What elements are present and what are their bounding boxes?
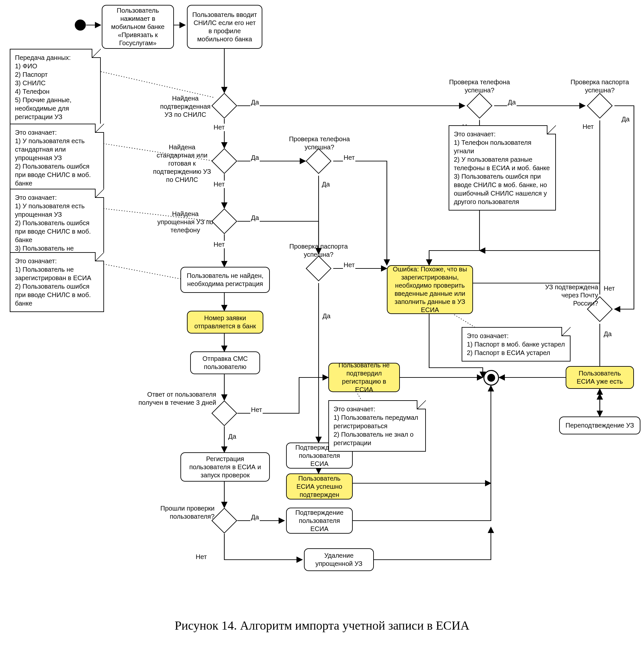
edge-label: Да (250, 513, 260, 521)
note-means-not-registered: Это означает: 1) Пользователь не зарегис… (10, 252, 104, 312)
decision-standard-by-snils (211, 148, 237, 174)
figure-caption: Рисунок 14. Алгоритм импорта учетной зап… (0, 618, 644, 633)
edge-label: Да (250, 154, 260, 161)
edge-label: Да (228, 433, 237, 440)
edge-label: Нет (582, 123, 594, 130)
decision-checks-passed (211, 508, 237, 533)
node-reconfirm-acct: Переподтвеждение УЗ (559, 416, 640, 434)
decision-phone-check-2 (466, 93, 492, 118)
node-user-already-exists: Пользователь ЕСИА уже есть (566, 366, 634, 389)
edge-label: Нет (343, 154, 355, 161)
decision-passport-check-2 (587, 93, 613, 118)
node-request-number-to-bank: Номер заявки отправляется в банк (187, 311, 263, 333)
edge-label: Да (321, 181, 330, 188)
note-data-transfer: Передача данных: 1) ФИО 2) Паспорт 3) СН… (10, 49, 101, 126)
edge-label: Нет (195, 553, 207, 561)
edge-label: Нет (213, 241, 225, 248)
edge-label: Нет (213, 181, 225, 188)
node-delete-simplified-acct: Удаление упрощенной УЗ (304, 548, 374, 571)
note-phone-mismatch-reasons: Это означает: 1) Телефон пользователя уг… (448, 125, 556, 211)
node-user-enters-snils: Пользователь вводит СНИЛС если его нет в… (187, 5, 262, 49)
flowchart-canvas: Пользователь нажимает в мобильном банке … (0, 0, 644, 656)
edge-label: Нет (213, 124, 225, 131)
edge-label: Да (621, 115, 630, 123)
decision-checks-passed-label: Прошли проверки пользователя? (148, 504, 214, 521)
edge-label: Да (322, 312, 331, 320)
start-node (75, 20, 86, 30)
decision-simplified-by-phone-label: Найдена упрощенная УЗ по телефону (156, 210, 214, 234)
edge-label: Да (250, 99, 260, 106)
decision-passport-check-1 (305, 256, 331, 281)
merge-end-node (483, 370, 499, 386)
edge-label: Нет (343, 261, 355, 269)
edge-label: Нет (603, 285, 615, 292)
decision-confirmed-via-post-label: УЗ подтверждена через Почту России? (539, 283, 598, 307)
decision-standard-by-snils-label: Найдена стандартная или готовая к подтве… (150, 143, 214, 184)
node-send-sms: Отправка СМС пользователю (190, 351, 260, 374)
decision-phone-check-2-label: Проверка телефона успешна? (445, 78, 514, 94)
decision-passport-check-2-label: Проверка паспорта успешна? (567, 78, 632, 94)
decision-passport-check-1-label: Проверка паспорта успешна? (286, 242, 351, 259)
node-user-confirmed-success: Пользователь ЕСИА успешно подтвержден (286, 474, 353, 500)
edge-label: Нет (250, 406, 263, 414)
decision-phone-check-1 (305, 148, 331, 174)
decision-confirmed-by-snils-label: Найдена подтвержденная УЗ по СНИЛС (156, 94, 214, 119)
edge-label: Да (250, 214, 260, 222)
note-user-changed-mind: Это означает: 1) Пользователь передумал … (328, 400, 426, 452)
node-user-clicks-bind: Пользователь нажимает в мобильном банке … (102, 5, 174, 49)
node-confirm-user-esia-2: Подтверждение пользователя ЕСИА (286, 508, 353, 534)
decision-simplified-by-phone (211, 208, 237, 234)
node-user-did-not-confirm: Пользователь не подтвердил регистрацию в… (328, 363, 400, 392)
edge-label: Да (603, 330, 613, 338)
decision-confirmed-by-snils (211, 93, 237, 118)
node-error-already-registered: Ошибка: Похоже, что вы зарегистрированы,… (387, 265, 473, 314)
note-passport-stale: Это означает: 1) Паспорт в моб. банке ус… (462, 327, 571, 362)
decision-user-responded-3-days-label: Ответ от пользователя получен в течение … (137, 391, 216, 407)
decision-phone-check-1-label: Проверка телефона успешна? (286, 135, 353, 151)
node-register-in-esia: Регистрация пользователя в ЕСИА и запуск… (180, 452, 270, 482)
edge-label: Да (507, 99, 516, 106)
node-user-not-found: Пользователь не найден, необходима регис… (180, 267, 270, 293)
